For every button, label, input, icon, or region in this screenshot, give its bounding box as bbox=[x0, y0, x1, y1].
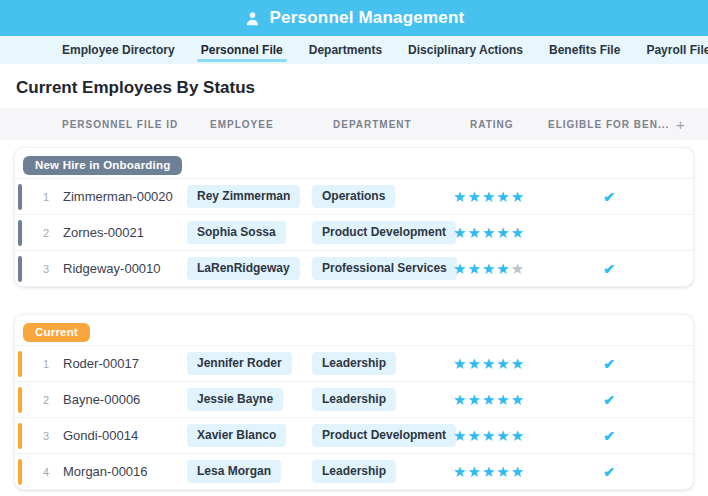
star-icon[interactable]: ★ bbox=[496, 355, 510, 372]
star-icon[interactable]: ★ bbox=[496, 463, 510, 480]
employee-chip[interactable]: Rey Zimmerman bbox=[187, 185, 300, 208]
department-chip[interactable]: Product Development bbox=[312, 221, 456, 244]
column-header-department: DEPARTMENT bbox=[311, 119, 452, 130]
star-icon[interactable]: ★ bbox=[496, 260, 510, 277]
eligible-check-icon[interactable]: ✔ bbox=[549, 356, 669, 372]
star-icon[interactable]: ★ bbox=[467, 355, 481, 372]
department-chip[interactable]: Leadership bbox=[312, 352, 396, 375]
rating-stars[interactable]: ★★★★★ bbox=[453, 463, 549, 481]
star-icon[interactable]: ★ bbox=[496, 391, 510, 408]
rating-stars[interactable]: ★★★★★ bbox=[453, 391, 549, 409]
employee-chip[interactable]: LaRenRidgeway bbox=[187, 257, 300, 280]
rating-stars[interactable]: ★★★★★ bbox=[453, 188, 549, 206]
department-chip[interactable]: Leadership bbox=[312, 460, 396, 483]
star-icon[interactable]: ★ bbox=[511, 463, 525, 480]
tab-departments[interactable]: Departments bbox=[309, 36, 382, 64]
personnel-file-id-cell: Roder-00017 bbox=[63, 356, 187, 371]
rating-stars[interactable]: ★★★★★ bbox=[453, 224, 549, 242]
star-icon[interactable]: ★ bbox=[511, 224, 525, 241]
star-icon[interactable]: ★ bbox=[482, 224, 496, 241]
row-number: 2 bbox=[29, 394, 63, 406]
star-icon[interactable]: ★ bbox=[496, 427, 510, 444]
star-icon[interactable]: ★ bbox=[511, 427, 525, 444]
eligible-check-icon[interactable]: ✔ bbox=[549, 261, 669, 277]
star-icon[interactable]: ★ bbox=[453, 355, 467, 372]
star-icon[interactable]: ★ bbox=[511, 188, 525, 205]
department-chip[interactable]: Product Development bbox=[312, 424, 456, 447]
department-chip[interactable]: Operations bbox=[312, 185, 395, 208]
star-icon[interactable]: ★ bbox=[482, 391, 496, 408]
table-row[interactable]: 2 Bayne-00006 Jessie Bayne Leadership ★★… bbox=[15, 381, 693, 417]
table-row[interactable]: 1 Zimmerman-00020 Rey Zimmerman Operatio… bbox=[15, 178, 693, 214]
star-icon[interactable]: ★ bbox=[511, 260, 525, 277]
star-icon[interactable]: ★ bbox=[482, 427, 496, 444]
add-column-button[interactable]: + bbox=[668, 116, 708, 133]
table-row[interactable]: 3 Gondi-00014 Xavier Blanco Product Deve… bbox=[15, 417, 693, 453]
row-number: 1 bbox=[29, 358, 63, 370]
personnel-file-id-cell: Ridgeway-00010 bbox=[63, 261, 187, 276]
star-icon[interactable]: ★ bbox=[482, 260, 496, 277]
table-row[interactable]: 4 Morgan-00016 Lesa Morgan Leadership ★★… bbox=[15, 453, 693, 489]
table-row[interactable]: 3 Ridgeway-00010 LaRenRidgeway Professio… bbox=[15, 250, 693, 286]
star-icon[interactable]: ★ bbox=[482, 188, 496, 205]
eligible-check-icon[interactable]: ✔ bbox=[549, 189, 669, 205]
personnel-file-id-cell: Gondi-00014 bbox=[63, 428, 187, 443]
row-accent-bar bbox=[18, 256, 22, 282]
star-icon[interactable]: ★ bbox=[467, 188, 481, 205]
star-icon[interactable]: ★ bbox=[453, 260, 467, 277]
eligible-check-icon[interactable]: ✔ bbox=[549, 428, 669, 444]
star-icon[interactable]: ★ bbox=[482, 463, 496, 480]
rating-stars[interactable]: ★★★★★ bbox=[453, 355, 549, 373]
eligible-check-icon[interactable]: ✔ bbox=[549, 464, 669, 480]
employee-chip[interactable]: Xavier Blanco bbox=[187, 424, 286, 447]
star-icon[interactable]: ★ bbox=[467, 224, 481, 241]
tab-payroll-file[interactable]: Payroll File bbox=[646, 36, 708, 64]
group-badge-new-hire-in-onboarding[interactable]: New Hire in Onboarding bbox=[23, 156, 182, 175]
row-accent-bar bbox=[18, 184, 22, 210]
rating-stars[interactable]: ★★★★★ bbox=[453, 260, 549, 278]
tab-personnel-file[interactable]: Personnel File bbox=[201, 36, 283, 64]
star-icon[interactable]: ★ bbox=[453, 224, 467, 241]
star-icon[interactable]: ★ bbox=[496, 224, 510, 241]
star-icon[interactable]: ★ bbox=[496, 188, 510, 205]
star-icon[interactable]: ★ bbox=[467, 463, 481, 480]
star-icon[interactable]: ★ bbox=[467, 391, 481, 408]
row-accent-bar bbox=[18, 387, 22, 413]
rating-stars[interactable]: ★★★★★ bbox=[453, 427, 549, 445]
star-icon[interactable]: ★ bbox=[467, 260, 481, 277]
tab-disciplinary-actions[interactable]: Disciplinary Actions bbox=[408, 36, 523, 64]
employee-chip[interactable]: Sophia Sossa bbox=[187, 221, 286, 244]
star-icon[interactable]: ★ bbox=[511, 355, 525, 372]
group-header: New Hire in Onboarding bbox=[15, 148, 693, 178]
row-accent-bar bbox=[18, 351, 22, 377]
table-row[interactable]: 1 Roder-00017 Jennifer Roder Leadership … bbox=[15, 345, 693, 381]
star-icon[interactable]: ★ bbox=[453, 188, 467, 205]
department-chip[interactable]: Leadership bbox=[312, 388, 396, 411]
star-icon[interactable]: ★ bbox=[453, 463, 467, 480]
group-badge-current[interactable]: Current bbox=[23, 323, 90, 342]
star-icon[interactable]: ★ bbox=[453, 427, 467, 444]
row-number: 2 bbox=[29, 227, 63, 239]
personnel-file-id-cell: Bayne-00006 bbox=[63, 392, 187, 407]
employee-chip[interactable]: Jennifer Roder bbox=[187, 352, 292, 375]
tab-benefits-file[interactable]: Benefits File bbox=[549, 36, 620, 64]
tab-employee-directory[interactable]: Employee Directory bbox=[62, 36, 175, 64]
group-header: Current bbox=[15, 315, 693, 345]
star-icon[interactable]: ★ bbox=[511, 391, 525, 408]
row-number: 4 bbox=[29, 466, 63, 478]
page-title: Current Employees By Status bbox=[16, 78, 708, 98]
star-icon[interactable]: ★ bbox=[482, 355, 496, 372]
column-header-eligible-for-benefits: ELIGIBLE FOR BEN... bbox=[548, 119, 668, 130]
employee-chip[interactable]: Lesa Morgan bbox=[187, 460, 281, 483]
table-row[interactable]: 2 Zornes-00021 Sophia Sossa Product Deve… bbox=[15, 214, 693, 250]
person-icon bbox=[244, 10, 261, 27]
department-chip[interactable]: Professional Services bbox=[312, 257, 457, 280]
group-card-new-hire-in-onboarding: New Hire in Onboarding 1 Zimmerman-00020… bbox=[14, 147, 694, 287]
column-header-rating: RATING bbox=[452, 119, 548, 130]
eligible-check-icon[interactable]: ✔ bbox=[549, 392, 669, 408]
star-icon[interactable]: ★ bbox=[453, 391, 467, 408]
employee-chip[interactable]: Jessie Bayne bbox=[187, 388, 283, 411]
row-accent-bar bbox=[18, 459, 22, 485]
star-icon[interactable]: ★ bbox=[467, 427, 481, 444]
row-number: 1 bbox=[29, 191, 63, 203]
